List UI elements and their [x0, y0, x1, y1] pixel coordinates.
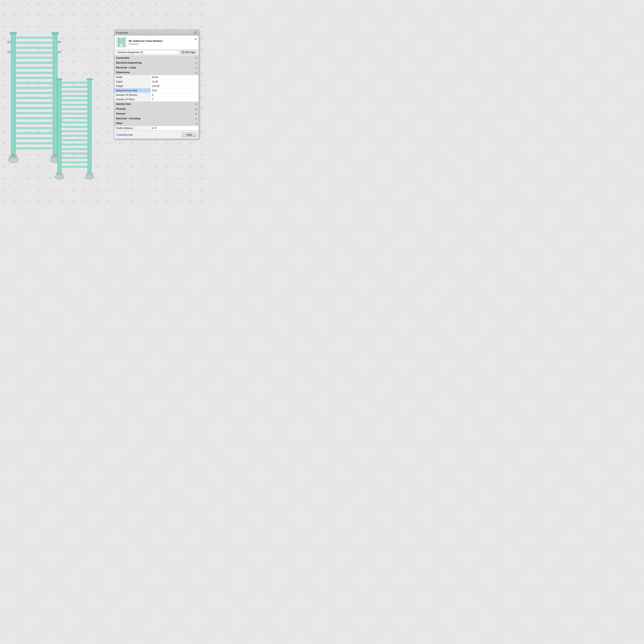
svg-rect-55: [61, 153, 88, 154]
item-thumbnail: [116, 37, 127, 47]
property-value[interactable]: 3: [151, 93, 199, 97]
svg-rect-38: [88, 79, 91, 172]
collapse-icon: »: [195, 71, 197, 74]
property-value[interactable]: 9.70: [151, 126, 199, 130]
expand-icon: «: [195, 112, 197, 115]
svg-rect-68: [119, 40, 124, 40]
property-label: Profile Distance: [115, 126, 151, 130]
category-select[interactable]: Electrical Equipment (1): [116, 50, 178, 55]
svg-rect-9: [15, 72, 53, 74]
property-row: Number Of Shelves3: [115, 93, 199, 97]
svg-rect-24: [15, 148, 53, 149]
section-header-general[interactable]: General«: [115, 111, 199, 116]
section-title: Identity Data: [116, 103, 131, 105]
property-value[interactable]: 125.00: [151, 84, 199, 88]
section-header-electrical-engineering[interactable]: Electrical Engineering«: [115, 60, 199, 65]
section-header-other[interactable]: Other»: [115, 121, 199, 126]
property-value[interactable]: 7: [151, 97, 199, 101]
section-header-constraints[interactable]: Constraints«: [115, 56, 199, 60]
svg-rect-75: [182, 52, 183, 52]
svg-rect-11: [15, 82, 53, 84]
panel-header: RD_Bathroom Towel Radiator Turquoise ▼: [115, 35, 199, 49]
panel-titlebar: Properties ×: [115, 30, 199, 35]
property-value[interactable]: 12.40: [151, 79, 199, 84]
property-value[interactable]: 45.00: [151, 75, 199, 79]
svg-rect-20: [15, 127, 53, 129]
svg-rect-25: [10, 32, 17, 34]
svg-rect-14: [15, 97, 53, 99]
svg-rect-36: [57, 51, 61, 53]
section-body-other: Profile Distance9.70: [115, 126, 199, 130]
close-button[interactable]: ×: [194, 31, 197, 34]
expand-icon: «: [195, 56, 197, 60]
svg-rect-39: [61, 82, 88, 83]
property-label: Depth: [115, 79, 151, 84]
svg-rect-40: [61, 86, 88, 88]
svg-rect-78: [182, 53, 184, 53]
svg-rect-17: [15, 112, 53, 114]
section-title: Electrical Engineering: [116, 61, 141, 64]
property-row: Depth12.40: [115, 79, 199, 84]
section-title: Phasing: [116, 107, 126, 110]
expand-icon: «: [195, 107, 197, 110]
item-name: RD_Bathroom Towel Radiator: [129, 39, 163, 43]
svg-rect-45: [61, 108, 88, 110]
svg-rect-7: [15, 62, 53, 64]
panel-footer: Properties help Apply: [115, 130, 199, 139]
svg-point-73: [123, 45, 125, 47]
property-row: Number Of Pipes7: [115, 97, 199, 102]
expand-icon: «: [195, 102, 197, 106]
section-header-phasing[interactable]: Phasing«: [115, 106, 199, 111]
drawing-area: [0, 0, 119, 215]
svg-rect-57: [61, 162, 88, 163]
section-body-dimensions: Width45.00Depth12.40Height125.00Distance…: [115, 75, 199, 102]
edit-type-button[interactable]: Edit Type: [180, 50, 197, 55]
header-dropdown-arrow[interactable]: ▼: [194, 37, 197, 41]
svg-rect-42: [61, 95, 88, 97]
svg-rect-54: [61, 148, 88, 150]
svg-rect-76: [183, 52, 184, 52]
svg-rect-46: [61, 113, 88, 114]
properties-help-link[interactable]: Properties help: [117, 133, 133, 136]
properties-scroll[interactable]: Constraints«Electrical Engineering«Elect…: [115, 56, 199, 130]
apply-button[interactable]: Apply: [182, 132, 197, 137]
section-header-electrical---loads[interactable]: Electrical - Loads«: [115, 65, 199, 70]
svg-rect-59: [56, 78, 62, 80]
section-header-dimensions[interactable]: Dimensions»: [115, 70, 199, 75]
section-title: Other: [116, 122, 123, 125]
property-label: Height: [115, 84, 151, 88]
property-row: Height125.00: [115, 84, 199, 88]
svg-rect-18: [15, 117, 53, 119]
svg-rect-13: [15, 92, 53, 94]
svg-rect-33: [7, 41, 11, 43]
section-header-identity-data[interactable]: Identity Data«: [115, 102, 199, 106]
property-row: Width45.00: [115, 75, 199, 79]
svg-rect-2: [15, 37, 53, 38]
svg-point-29: [8, 157, 19, 163]
section-title: Constraints: [116, 57, 130, 59]
svg-rect-71: [119, 43, 124, 44]
property-label: Number Of Pipes: [115, 97, 151, 101]
section-title: General: [116, 112, 125, 115]
svg-rect-10: [15, 77, 53, 79]
expand-icon: «: [195, 117, 197, 120]
property-label: Width: [115, 75, 151, 79]
svg-rect-70: [119, 42, 124, 43]
svg-rect-21: [15, 132, 53, 134]
svg-rect-15: [15, 102, 53, 104]
svg-rect-8: [15, 67, 53, 69]
property-label: Number Of Shelves: [115, 93, 151, 97]
svg-rect-4: [15, 47, 53, 49]
property-value[interactable]: 9.00: [151, 88, 199, 93]
panel-title: Properties: [116, 31, 128, 34]
item-sub: Turquoise: [129, 43, 163, 45]
property-row: Profile Distance9.70: [115, 126, 199, 130]
svg-rect-43: [61, 100, 88, 101]
svg-rect-47: [61, 117, 88, 119]
section-header-electrical---circuiting[interactable]: Electrical - Circuiting«: [115, 116, 199, 121]
expand-icon: «: [195, 66, 197, 69]
svg-rect-44: [61, 104, 88, 105]
svg-rect-52: [61, 139, 88, 141]
properties-panel: Properties × RD_Bathroom Towel Radiator …: [114, 30, 199, 139]
svg-rect-0: [11, 33, 15, 154]
